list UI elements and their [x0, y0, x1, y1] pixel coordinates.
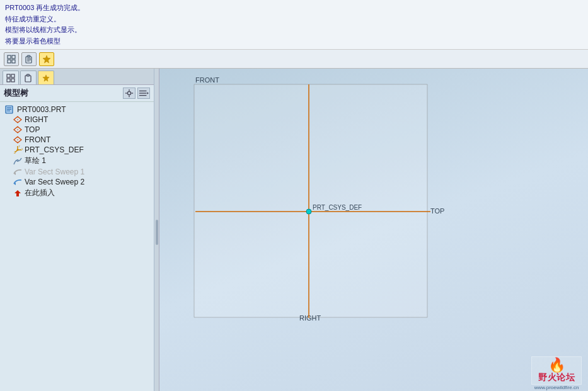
tree-item-prt0003[interactable]: PRT0003.PRT — [1, 105, 153, 115]
svg-marker-25 — [147, 93, 149, 95]
left-panel: 模型树 — [0, 69, 154, 391]
tree-item-front-label: FRONT — [25, 135, 50, 144]
menu-icon — [139, 89, 149, 98]
svg-rect-45 — [16, 193, 19, 196]
toolbar — [0, 50, 588, 69]
svg-text:Z: Z — [14, 150, 16, 154]
plane-icon-right — [13, 115, 23, 124]
tree-item-right[interactable]: RIGHT — [1, 115, 153, 125]
tree-item-right-label: RIGHT — [25, 115, 48, 124]
tree-item-csys-label: PRT_CSYS_DEF — [25, 145, 84, 154]
tree-item-top[interactable]: TOP — [1, 125, 153, 135]
svg-rect-12 — [7, 79, 10, 82]
tree-settings-btn[interactable] — [123, 88, 135, 99]
top-label: TOP — [430, 207, 444, 215]
tree-menu-btn[interactable] — [137, 88, 150, 99]
svg-rect-13 — [11, 79, 14, 82]
svg-rect-1 — [12, 55, 15, 59]
tree-item-varsweep1-label: Var Sect Sweep 1 — [25, 167, 84, 176]
tree-item-sketch1[interactable]: 草绘 1 — [1, 155, 153, 167]
csys-viewport-label: PRT_CSYS_DEF — [313, 204, 362, 211]
cad-viewport-svg: FRONT TOP RIGHT PRT_CSYS_DEF — [159, 69, 588, 391]
message-bar: PRT0003 再生成功完成。 特征成功重定义。 模型将以线框方式显示。 将要显… — [0, 0, 588, 50]
panel-clipboard-icon — [24, 74, 33, 82]
tree-tab-icon — [6, 74, 15, 82]
toolbar-btn-grid[interactable] — [4, 52, 19, 66]
csys-icon: X Y Z — [13, 145, 23, 154]
panel-star-icon — [42, 74, 50, 82]
tree-item-varsweep1[interactable]: Var Sect Sweep 1 — [1, 167, 153, 177]
message-line-1: PRT0003 再生成功完成。 — [5, 3, 583, 14]
tree-item-top-label: TOP — [25, 125, 40, 134]
panel-tab-tree[interactable] — [3, 71, 19, 84]
svg-rect-11 — [11, 74, 14, 77]
star-icon — [42, 55, 51, 64]
tree-item-prt0003-label: PRT0003.PRT — [17, 105, 66, 114]
tree-item-sketch1-label: 草绘 1 — [25, 156, 46, 166]
plane-icon-front — [13, 135, 23, 144]
viewport[interactable]: FRONT TOP RIGHT PRT_CSYS_DEF 🔥 野火论坛 www.… — [159, 69, 588, 391]
svg-rect-46 — [194, 84, 427, 317]
model-tree-title: 模型树 — [4, 88, 28, 99]
settings-icon — [125, 89, 134, 98]
svg-marker-44 — [14, 190, 21, 193]
svg-rect-15 — [26, 74, 30, 76]
svg-rect-5 — [27, 55, 30, 57]
panel-resize-handle[interactable] — [154, 69, 159, 391]
svg-point-49 — [306, 209, 311, 214]
toolbar-btn-clipboard[interactable] — [21, 52, 37, 66]
svg-marker-16 — [43, 75, 49, 81]
tree-item-varsweep2-label: Var Sect Sweep 2 — [25, 178, 84, 186]
main-area: 模型树 — [0, 69, 588, 391]
watermark-logo: 🔥 野火论坛 — [531, 356, 582, 385]
message-line-4: 将要显示着色模型 — [5, 36, 583, 47]
watermark: 🔥 野火论坛 www.proewildfire.cn — [531, 356, 582, 390]
tree-item-front[interactable]: FRONT — [1, 135, 153, 145]
svg-point-17 — [127, 92, 130, 95]
grid-icon — [7, 55, 16, 64]
panel-tab-star[interactable] — [38, 71, 54, 84]
model-tree-header: 模型树 — [0, 85, 154, 102]
tree-content: PRT0003.PRT RIGHT — [0, 102, 154, 391]
resize-grip — [156, 220, 158, 245]
watermark-url: www.proewildfire.cn — [534, 385, 579, 390]
insert-icon — [13, 189, 23, 198]
svg-rect-0 — [8, 55, 11, 59]
clipboard-icon — [25, 55, 33, 64]
toolbar-btn-star[interactable] — [39, 52, 54, 66]
tree-item-csys[interactable]: X Y Z PRT_CSYS_DEF — [1, 145, 153, 155]
tree-item-insert[interactable]: 在此插入 — [1, 187, 153, 199]
sweep1-icon — [13, 167, 23, 176]
panel-tab-clipboard[interactable] — [20, 71, 37, 84]
front-label: FRONT — [195, 76, 219, 84]
svg-point-39 — [17, 149, 19, 151]
sketch-icon — [13, 157, 23, 166]
svg-rect-2 — [8, 60, 11, 63]
watermark-symbol: 🔥 — [548, 358, 565, 372]
tree-controls — [123, 88, 150, 99]
prt-icon — [5, 105, 15, 114]
right-label: RIGHT — [299, 314, 321, 322]
svg-text:X: X — [21, 147, 23, 151]
message-line-3: 模型将以线框方式显示。 — [5, 25, 583, 36]
plane-icon-top — [13, 125, 23, 134]
tree-item-insert-label: 在此插入 — [25, 188, 55, 198]
svg-text:Y: Y — [18, 145, 21, 148]
svg-rect-3 — [12, 60, 15, 63]
svg-rect-10 — [7, 74, 10, 77]
message-line-2: 特征成功重定义。 — [5, 14, 583, 25]
watermark-main-text: 野火论坛 — [538, 372, 575, 383]
tree-item-varsweep2[interactable]: Var Sect Sweep 2 — [1, 177, 153, 187]
svg-marker-9 — [43, 55, 50, 63]
sweep2-icon — [13, 178, 23, 186]
panel-tabs — [0, 69, 154, 85]
